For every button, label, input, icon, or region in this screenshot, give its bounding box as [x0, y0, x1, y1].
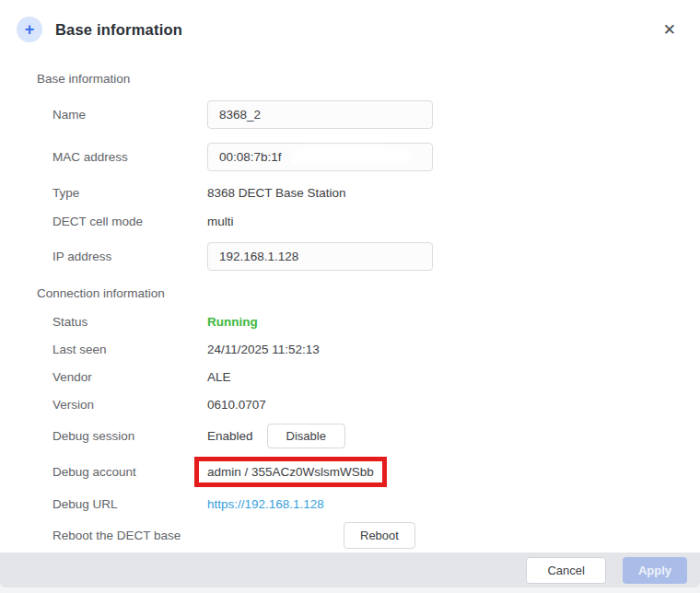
- name-input[interactable]: [207, 100, 433, 129]
- dect-cell-mode-label: DECT cell mode: [52, 215, 207, 228]
- row-name: Name: [0, 93, 700, 135]
- section-heading-connection-information: Connection information: [37, 286, 700, 300]
- close-icon[interactable]: ✕: [659, 18, 680, 41]
- ip-address-label: IP address: [52, 250, 207, 263]
- mac-address-label: MAC address: [52, 150, 207, 164]
- debug-account-label: Debug account: [52, 465, 207, 479]
- dect-cell-mode-value: multi: [207, 215, 700, 228]
- version-label: Version: [52, 398, 207, 412]
- last-seen-label: Last seen: [52, 343, 207, 356]
- row-ip-address: IP address: [0, 235, 700, 277]
- last-seen-value: 24/11/2025 11:52:13: [207, 343, 700, 356]
- row-version: Version 0610.0707: [0, 390, 700, 418]
- dialog-footer: Cancel Apply: [0, 552, 700, 587]
- type-value: 8368 DECT Base Station: [207, 186, 700, 200]
- name-label: Name: [52, 108, 207, 122]
- base-information-dialog: + Base information ✕ Base information Na…: [0, 0, 700, 587]
- row-type: Type 8368 DECT Base Station: [0, 178, 700, 207]
- row-debug-account: Debug account admin / 355ACz0WslsmWSbb: [0, 453, 700, 490]
- debug-url-link[interactable]: https://192.168.1.128: [207, 497, 324, 511]
- row-reboot: Reboot the DECT base Reboot: [0, 517, 700, 552]
- type-label: Type: [52, 186, 207, 200]
- mac-address-input[interactable]: [207, 143, 433, 171]
- ip-address-input[interactable]: [207, 242, 433, 271]
- plus-icon: +: [17, 17, 42, 42]
- row-mac-address: MAC address: [0, 135, 700, 178]
- row-status: Status Running: [0, 308, 700, 335]
- reboot-button[interactable]: Reboot: [344, 522, 415, 549]
- dialog-body: Base information Name MAC address Type 8…: [0, 72, 700, 552]
- debug-url-label: Debug URL: [52, 497, 207, 511]
- vendor-label: Vendor: [52, 370, 207, 384]
- dialog-header: + Base information ✕: [0, 0, 700, 59]
- disable-button[interactable]: Disable: [267, 424, 345, 448]
- version-value: 0610.0707: [207, 398, 700, 412]
- vendor-value: ALE: [207, 370, 700, 384]
- row-vendor: Vendor ALE: [0, 363, 700, 390]
- debug-account-value: admin / 355ACz0WslsmWSbb: [207, 465, 374, 479]
- dialog-title: Base information: [55, 21, 182, 39]
- section-heading-base-information: Base information: [37, 72, 700, 86]
- row-debug-url: Debug URL https://192.168.1.128: [0, 490, 700, 517]
- status-value: Running: [207, 315, 700, 329]
- status-label: Status: [52, 315, 207, 329]
- row-last-seen: Last seen 24/11/2025 11:52:13: [0, 335, 700, 363]
- apply-button[interactable]: Apply: [623, 557, 687, 584]
- row-debug-session: Debug session Enabled Disable: [0, 418, 700, 453]
- cancel-button[interactable]: Cancel: [526, 557, 605, 584]
- row-dect-cell-mode: DECT cell mode multi: [0, 207, 700, 235]
- debug-account-highlight-box: admin / 355ACz0WslsmWSbb: [194, 457, 387, 487]
- debug-session-label: Debug session: [52, 429, 207, 443]
- reboot-label: Reboot the DECT base: [52, 529, 207, 542]
- debug-session-value: Enabled: [207, 429, 253, 443]
